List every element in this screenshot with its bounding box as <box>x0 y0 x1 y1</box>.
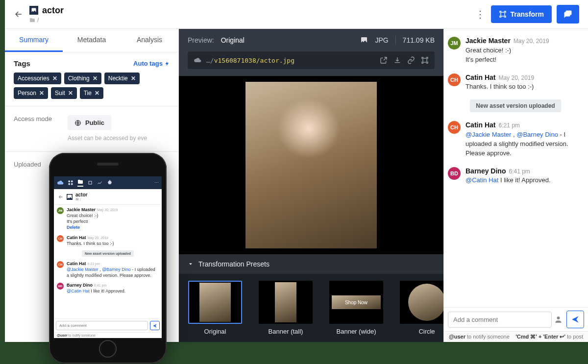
comments-list: JMJackie MasterMay 20, 2019Great choice!… <box>444 29 588 307</box>
preset-banner-wide-[interactable]: Shop NowBanner (wide) <box>327 281 386 335</box>
svg-rect-4 <box>69 181 71 183</box>
image-format-icon <box>360 36 368 44</box>
comment-time: May 20, 2019 <box>498 74 534 81</box>
comment-time: 6:41 pm <box>509 168 530 175</box>
chart-icon[interactable] <box>97 180 103 186</box>
preset-original[interactable]: Original <box>186 281 245 335</box>
puzzle-icon[interactable] <box>107 180 113 186</box>
svg-rect-7 <box>71 183 73 185</box>
tag-chip[interactable]: Tie✕ <box>80 87 103 99</box>
avatar: CH <box>57 235 64 242</box>
comment-author: Catin Hat <box>67 261 86 266</box>
comment-author: Jackie Master <box>67 207 96 212</box>
tab-analysis[interactable]: Analysis <box>121 29 178 52</box>
asset-url[interactable]: v1560871038/actor.jpg <box>214 57 294 64</box>
preview-label: Preview: <box>188 36 214 44</box>
access-hint: Asset can be accessed by eve <box>68 134 147 143</box>
avatar: BD <box>57 283 64 290</box>
preview-mode[interactable]: Original <box>221 36 245 44</box>
access-mode-value[interactable]: Public <box>68 115 111 130</box>
image-icon <box>29 6 38 15</box>
transform-icon[interactable] <box>421 56 429 64</box>
mention[interactable]: @Barney Dino <box>102 267 131 272</box>
comment-time: 6:21 pm <box>88 262 100 266</box>
preset-banner-tall-[interactable]: Banner (tall) <box>256 281 315 335</box>
auto-tags-button[interactable]: Auto tags <box>133 60 170 67</box>
system-message: New asset version uploaded <box>57 250 159 257</box>
comment-author: Catin Hat <box>466 121 495 129</box>
phone-more-icon[interactable]: ⋯ <box>154 180 159 185</box>
phone-back-icon[interactable] <box>58 194 64 200</box>
mention[interactable]: @Barney Dino <box>516 131 558 138</box>
avatar: CH <box>448 121 461 134</box>
breadcrumb[interactable]: / <box>37 17 39 24</box>
comment-input[interactable] <box>448 312 552 328</box>
delete-comment[interactable]: Delete <box>67 225 80 230</box>
add-user-icon[interactable] <box>555 315 564 324</box>
remove-tag-icon[interactable]: ✕ <box>52 75 57 82</box>
avatar: JM <box>57 207 64 214</box>
tag-chip[interactable]: Accessories✕ <box>14 73 61 84</box>
svg-rect-5 <box>71 181 73 183</box>
phone-send-button[interactable] <box>150 321 160 330</box>
asset-title: actor <box>42 5 64 16</box>
remove-tag-icon[interactable]: ✕ <box>39 90 44 97</box>
tag-chip[interactable]: Suit✕ <box>51 87 77 99</box>
access-mode-label: Access mode <box>14 115 58 122</box>
comment: CHCatin Hat6:21 pm@Jackie Master , @Barn… <box>448 120 583 158</box>
tag-chip[interactable]: Necktie✕ <box>104 73 140 84</box>
remove-tag-icon[interactable]: ✕ <box>95 90 99 97</box>
mention[interactable]: @Catin Hat <box>466 176 498 184</box>
open-external-icon[interactable] <box>380 56 388 64</box>
comment-author: Barney Dino <box>466 167 506 175</box>
mention[interactable]: @Jackie Master <box>466 131 511 138</box>
compose-hint: @user to notify someone 'Cmd ⌘' + 'Enter… <box>444 331 588 342</box>
link-icon[interactable] <box>407 56 415 64</box>
transform-button[interactable]: Transform <box>491 5 552 23</box>
comment-time: 6:21 pm <box>498 122 519 129</box>
send-button[interactable] <box>566 311 584 328</box>
comment: JMJackie MasterMay 20, 2019Great choice!… <box>57 207 159 231</box>
phone-nav: ⋯ <box>54 176 162 189</box>
svg-point-3 <box>557 316 560 319</box>
comment-author: Jackie Master <box>466 37 511 45</box>
phone-mockup: ⋯ actor / JMJackie MasterMay 20, 2019Gre… <box>49 153 167 364</box>
tag-chip[interactable]: Clothing✕ <box>64 73 101 84</box>
tabs: Summary Metadata Analysis <box>5 29 178 52</box>
preset-circle[interactable]: Circle <box>397 281 443 335</box>
avatar: CH <box>57 261 64 268</box>
tags-heading: Tags <box>14 59 30 68</box>
mention[interactable]: @Catin Hat <box>67 289 90 293</box>
comment-author: Barney Dino <box>67 283 93 288</box>
tab-metadata[interactable]: Metadata <box>63 29 121 52</box>
comment: CHCatin HatMay 20, 2019Thanks. I think s… <box>448 73 583 92</box>
comment-author: Catin Hat <box>67 235 86 240</box>
file-size: 711.09 KB <box>403 36 435 44</box>
more-menu[interactable]: ⋮ <box>474 8 486 20</box>
comment-time: May 20, 2019 <box>514 38 549 45</box>
download-icon[interactable] <box>393 56 401 64</box>
comment: CHCatin HatMay 20, 2019Thanks. I think s… <box>57 235 159 246</box>
avatar: BD <box>448 167 461 180</box>
folder-icon[interactable] <box>77 179 83 187</box>
comments-toggle-button[interactable] <box>557 5 579 24</box>
tag-chip[interactable]: Person✕ <box>14 87 48 99</box>
crop-icon[interactable] <box>87 180 93 186</box>
phone-comment-input[interactable] <box>56 321 148 330</box>
image-preview[interactable] <box>179 76 443 254</box>
remove-tag-icon[interactable]: ✕ <box>131 75 136 82</box>
comment-time: May 20, 2019 <box>97 208 118 212</box>
mention[interactable]: @Jackie Master <box>67 267 98 272</box>
back-button[interactable] <box>14 9 24 19</box>
grid-icon[interactable] <box>68 180 74 186</box>
tab-summary[interactable]: Summary <box>5 29 63 52</box>
remove-tag-icon[interactable]: ✕ <box>68 90 73 97</box>
phone-title: actor <box>75 192 87 197</box>
svg-rect-2 <box>423 58 427 62</box>
cloud-icon[interactable] <box>57 179 64 186</box>
avatar: CH <box>448 73 461 86</box>
remove-tag-icon[interactable]: ✕ <box>93 75 98 82</box>
presets-toggle[interactable]: Transformation Presets <box>179 254 443 274</box>
presets-list: OriginalBanner (tall)Shop NowBanner (wid… <box>179 274 443 342</box>
comment-time: 6:41 pm <box>94 284 106 287</box>
